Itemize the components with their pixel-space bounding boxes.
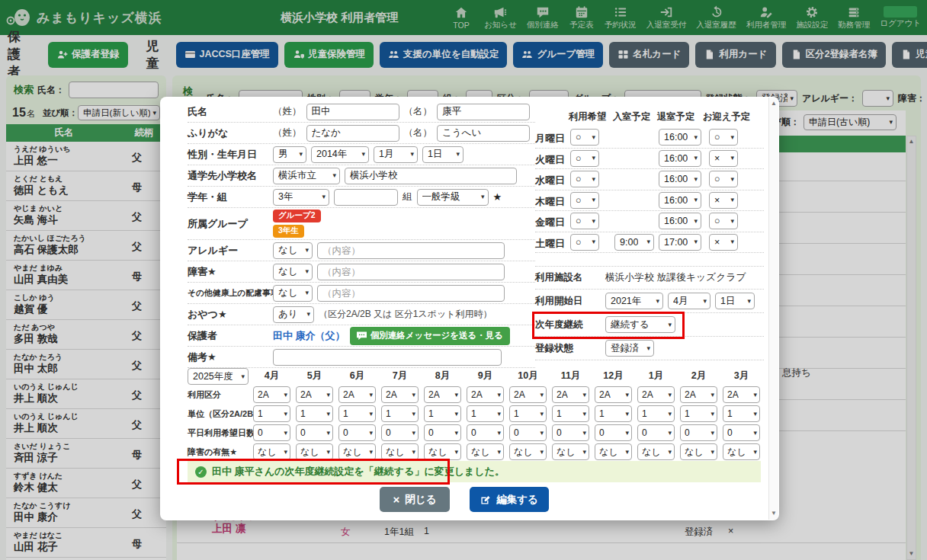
monthly-value-select[interactable]: 1▾ [467,405,504,422]
wish-select[interactable]: ○▾ [570,150,599,167]
birth-month-select[interactable]: 1月▾ [374,146,418,163]
monthly-value-select[interactable]: 0▾ [467,424,504,441]
birth-year-select[interactable]: 2014年▾ [311,146,369,163]
monthly-value-select[interactable]: 1▾ [595,405,632,422]
monthly-value-select[interactable]: 0▾ [552,424,589,441]
fiscal-year-select[interactable]: 2025年度▾ [188,368,249,385]
monthly-value-select[interactable]: 1▾ [680,405,717,422]
monthly-value-select[interactable]: 1▾ [338,405,376,422]
birth-day-select[interactable]: 1日▾ [422,146,464,163]
pickup-select[interactable]: ×▾ [709,150,738,167]
monthly-value-select[interactable]: なし▾ [253,443,290,460]
leave-time-select[interactable]: 16:00▾ [659,171,701,187]
start-month-select[interactable]: 4月▾ [668,293,710,309]
monthly-value-select[interactable]: なし▾ [595,443,632,460]
monthly-value-select[interactable]: なし▾ [637,443,675,460]
monthly-value-select[interactable]: 0▾ [509,424,547,441]
scroll-up-icon[interactable]: ▲ [769,99,778,108]
monthly-value-select[interactable]: 2A▾ [467,386,504,403]
monthly-value-select[interactable]: なし▾ [467,443,504,460]
monthly-value-select[interactable]: 2A▾ [552,386,589,403]
school-name-input[interactable] [345,168,517,184]
disability-select[interactable]: なし▾ [273,264,313,280]
monthly-value-select[interactable]: 1▾ [637,405,675,422]
wish-select[interactable]: ○▾ [570,129,599,146]
monthly-value-select[interactable]: 2A▾ [253,386,290,403]
leave-time-select[interactable]: 17:00▾ [659,234,701,251]
scroll-down-icon[interactable]: ▼ [769,509,778,518]
leave-time-select[interactable]: 16:00▾ [659,150,701,167]
snack-select[interactable]: あり▾ [273,306,314,323]
pickup-select[interactable]: ×▾ [709,234,738,251]
allergy-select[interactable]: なし▾ [273,242,313,259]
monthly-value-select[interactable]: 2A▾ [338,386,376,403]
pickup-select[interactable]: ×▾ [709,192,738,209]
monthly-value-select[interactable]: なし▾ [296,443,333,460]
edit-button[interactable]: 編集する [470,487,549,512]
monthly-value-select[interactable]: 0▾ [424,424,461,441]
leave-time-select[interactable]: 16:00▾ [659,129,701,146]
wish-select[interactable]: ○▾ [570,192,599,209]
monthly-value-select[interactable]: 0▾ [723,424,760,441]
monthly-value-select[interactable]: 1▾ [723,405,760,422]
mei-input[interactable] [437,104,530,120]
monthly-value-select[interactable]: 2A▾ [637,386,675,403]
monthly-value-select[interactable]: 2A▾ [424,386,461,403]
health-content-input[interactable] [317,285,505,302]
monthly-value-select[interactable]: 2A▾ [509,386,547,403]
monthly-value-select[interactable]: 1▾ [296,405,333,422]
monthly-value-select[interactable]: なし▾ [424,443,461,460]
wish-select[interactable]: ○▾ [570,171,599,187]
monthly-value-select[interactable]: なし▾ [381,443,419,460]
allergy-content-input[interactable] [317,242,505,259]
monthly-value-select[interactable]: 1▾ [509,405,547,422]
monthly-value-select[interactable]: 0▾ [296,424,333,441]
guardian-link[interactable]: 田中 康介（父） [273,329,345,343]
monthly-value-select[interactable]: 2A▾ [680,386,717,403]
monthly-value-select[interactable]: 0▾ [381,424,419,441]
monthly-value-select[interactable]: 0▾ [253,424,290,441]
school-city-select[interactable]: 横浜市立▾ [273,168,340,184]
pickup-select[interactable]: ○▾ [709,213,738,229]
monthly-value-select[interactable]: 2A▾ [381,386,419,403]
monthly-value-select[interactable]: 2A▾ [595,386,632,403]
disability-content-input[interactable] [317,264,505,280]
registration-status-select[interactable]: 登録済▾ [605,340,654,357]
monthly-value-select[interactable]: 0▾ [637,424,675,441]
monthly-value-select[interactable]: なし▾ [680,443,717,460]
start-year-select[interactable]: 2021年▾ [605,293,663,309]
pickup-select[interactable]: ○▾ [709,171,738,187]
class-type-select[interactable]: 一般学級▾ [417,189,489,206]
enter-time-select[interactable]: 9:00▾ [614,234,654,251]
monthly-value-select[interactable]: 0▾ [680,424,717,441]
grade-select[interactable]: 3年▾ [273,189,329,206]
gender-select[interactable]: 男▾ [273,146,306,163]
modal-scrollbar[interactable]: ▲ ▼ [768,98,778,520]
monthly-value-select[interactable]: なし▾ [509,443,547,460]
monthly-value-select[interactable]: 2A▾ [296,386,333,403]
wish-select[interactable]: ○▾ [570,234,599,251]
monthly-value-select[interactable]: 0▾ [595,424,632,441]
next-year-continue-select[interactable]: 継続する▾ [605,316,675,333]
monthly-value-select[interactable]: 1▾ [552,405,589,422]
leave-time-select[interactable]: 16:00▾ [659,192,701,209]
remarks-input[interactable] [273,349,502,366]
sei-input[interactable] [306,104,399,120]
monthly-value-select[interactable]: なし▾ [552,443,589,460]
leave-time-select[interactable]: 16:00▾ [659,213,701,229]
monthly-value-select[interactable]: なし▾ [723,443,760,460]
monthly-value-select[interactable]: 1▾ [253,405,290,422]
close-button[interactable]: × 閉じる [380,487,450,512]
wish-select[interactable]: ○▾ [570,213,599,229]
health-select[interactable]: なし▾ [273,285,313,302]
monthly-value-select[interactable]: 0▾ [338,424,376,441]
kana-sei-input[interactable] [306,125,399,142]
start-day-select[interactable]: 1日▾ [715,293,755,309]
monthly-value-select[interactable]: 2A▾ [723,386,760,403]
monthly-value-select[interactable]: 1▾ [381,405,419,422]
send-message-button[interactable]: 個別連絡メッセージを送る・見る [350,327,510,345]
kana-mei-input[interactable] [437,125,530,142]
monthly-value-select[interactable]: なし▾ [338,443,376,460]
pickup-select[interactable]: ○▾ [709,129,738,146]
class-number-input[interactable] [334,189,398,206]
